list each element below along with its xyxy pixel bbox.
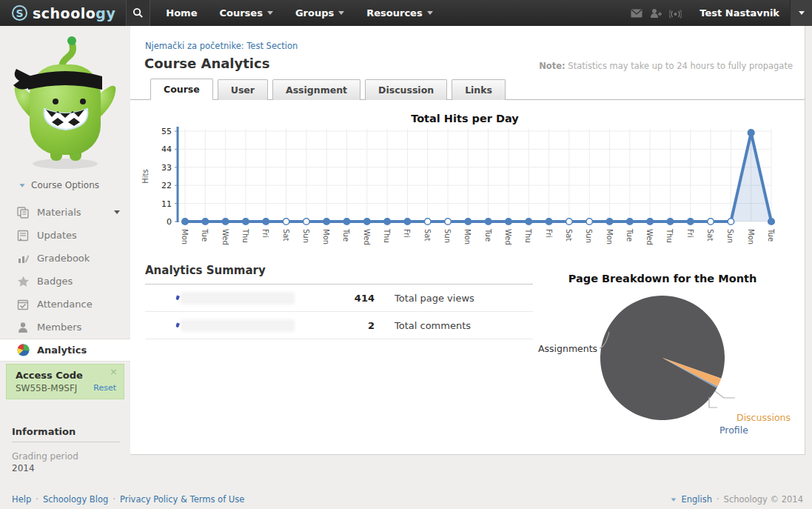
nav-resources[interactable]: Resources: [355, 0, 443, 26]
information-title: Information: [12, 426, 120, 442]
main-content: Njemački za početnike: Test Section Cour…: [130, 26, 805, 455]
attendance-calendar-icon: [16, 298, 30, 311]
page-footer: Help · Schoology Blog · Privacy Policy &…: [0, 490, 812, 509]
svg-text:Wed: Wed: [363, 229, 371, 245]
nav-groups[interactable]: Groups: [284, 0, 355, 26]
schoology-logo[interactable]: S schoology: [0, 5, 126, 21]
tab-links[interactable]: Links: [452, 79, 506, 100]
nav-courses[interactable]: Courses: [208, 0, 283, 26]
analytics-summary: Analytics Summary 414 Total page views 2…: [145, 264, 533, 339]
svg-text:Thu: Thu: [241, 228, 249, 243]
information-panel: Information Grading period 2014: [12, 426, 120, 473]
search-button[interactable]: [126, 0, 150, 26]
top-navbar: S schoology Home Courses Groups Resource…: [0, 0, 812, 26]
sidebar-item-attendance[interactable]: Attendance: [0, 293, 130, 316]
navbar-right: Test Nastavnik: [627, 0, 812, 26]
summary-row: 414 Total page views: [145, 285, 533, 312]
svg-text:Tue: Tue: [767, 228, 775, 242]
analytics-pie-icon: [16, 344, 30, 357]
redacted-label: [176, 321, 318, 330]
access-code-reset-link[interactable]: Reset: [93, 383, 116, 393]
tab-discussion[interactable]: Discussion: [365, 79, 447, 100]
chevron-down-icon: [267, 11, 273, 15]
svg-text:Thu: Thu: [665, 228, 674, 243]
svg-text:Mon: Mon: [747, 229, 755, 244]
page-breakdown-pie-chart: [523, 267, 802, 452]
chevron-down-icon: [114, 210, 120, 214]
page-breakdown-section: Page Breakdown for the Month Assignments…: [523, 267, 802, 452]
redacted-box: [182, 293, 293, 303]
notifications-button[interactable]: [665, 0, 685, 26]
access-code-panel: Access Code SW55B-M9SFJ × Reset: [6, 364, 124, 399]
sidebar-item-updates[interactable]: Updates: [0, 224, 130, 247]
tab-assignment[interactable]: Assignment: [272, 79, 360, 100]
sidebar-item-analytics[interactable]: Analytics: [0, 339, 130, 362]
svg-text:Fri: Fri: [686, 229, 694, 238]
sidebar-item-gradebook[interactable]: Gradebook: [0, 247, 130, 270]
svg-text:Sun: Sun: [302, 229, 310, 243]
svg-text:Wed: Wed: [645, 229, 654, 245]
svg-text:Tue: Tue: [342, 228, 350, 242]
materials-icon: [16, 206, 30, 219]
access-code-title: Access Code: [16, 370, 115, 381]
footer-link-help[interactable]: Help: [12, 494, 31, 505]
pie-label-discussions: Discussions: [736, 412, 791, 423]
breadcrumb[interactable]: Njemački za početnike: Test Section: [145, 41, 298, 51]
svg-text:Sun: Sun: [585, 229, 593, 243]
svg-text:Thu: Thu: [383, 228, 391, 243]
footer-link-blog[interactable]: Schoology Blog: [43, 494, 108, 505]
course-sidebar: Course Options Materials Updates Gradebo…: [0, 26, 130, 509]
analytics-summary-title: Analytics Summary: [145, 264, 533, 285]
schoology-logo-icon: S: [12, 5, 27, 21]
sidebar-item-badges[interactable]: Badges: [0, 270, 130, 293]
tab-user[interactable]: User: [218, 79, 268, 100]
user-dropdown-button[interactable]: [790, 0, 812, 26]
page-title: Course Analytics: [144, 56, 269, 71]
course-mascot-image: [9, 30, 121, 176]
chevron-down-icon: [799, 11, 805, 15]
svg-text:44: 44: [161, 144, 172, 154]
svg-text:11: 11: [161, 199, 172, 209]
page-views-label: Total page views: [395, 293, 474, 304]
svg-text:55: 55: [161, 127, 172, 136]
course-options-toggle[interactable]: Course Options: [0, 176, 130, 195]
redacted-marker: [175, 323, 180, 328]
svg-text:0: 0: [167, 217, 172, 227]
svg-text:Mon: Mon: [605, 229, 614, 244]
svg-text:Thu: Thu: [524, 228, 532, 243]
chevron-down-icon: [671, 498, 677, 501]
main-nav: Home Courses Groups Resources: [155, 0, 443, 26]
svg-text:22: 22: [161, 181, 172, 190]
close-icon[interactable]: ×: [110, 366, 118, 377]
messages-button[interactable]: [627, 0, 646, 26]
chevron-down-icon: [19, 184, 24, 187]
analytics-tabs: Course User Assignment Discussion Links: [130, 79, 805, 100]
sidebar-item-materials[interactable]: Materials: [0, 201, 130, 224]
sidebar-item-members[interactable]: Members: [0, 316, 130, 339]
svg-text:Mon: Mon: [181, 229, 189, 244]
nav-home[interactable]: Home: [155, 0, 208, 26]
footer-right: English · Schoology © 2014: [671, 494, 803, 505]
svg-text:Mon: Mon: [322, 229, 330, 244]
search-icon: [132, 7, 144, 19]
svg-text:Sat: Sat: [423, 229, 432, 241]
copyright: Schoology © 2014: [724, 494, 803, 505]
member-person-icon: [16, 321, 30, 334]
sidebar-menu: Materials Updates Gradebook Badges At: [0, 201, 130, 362]
comments-label: Total comments: [395, 320, 471, 331]
footer-link-privacy[interactable]: Privacy Policy & Terms of Use: [120, 494, 244, 505]
page-views-count: 414: [318, 293, 375, 304]
svg-text:Fri: Fri: [261, 229, 269, 238]
connections-button[interactable]: [646, 0, 665, 26]
pie-label-profile: Profile: [719, 425, 748, 436]
user-menu[interactable]: Test Nastavnik: [685, 7, 790, 19]
svg-text:33: 33: [161, 163, 172, 173]
svg-text:Sat: Sat: [565, 229, 573, 241]
svg-text:Hits: Hits: [141, 169, 150, 183]
svg-text:Mon: Mon: [463, 229, 472, 244]
tab-course[interactable]: Course: [150, 79, 213, 100]
svg-text:Wed: Wed: [504, 229, 512, 245]
svg-text:Tue: Tue: [201, 228, 209, 242]
updates-icon: [16, 229, 30, 242]
language-selector[interactable]: English: [681, 494, 712, 505]
